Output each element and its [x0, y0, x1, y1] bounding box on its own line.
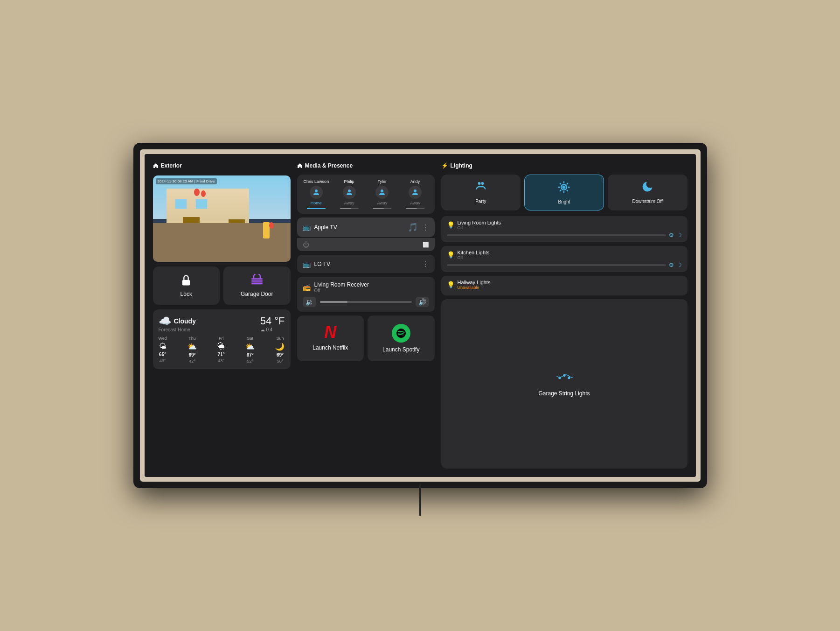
forecast-sat-day: Sat	[247, 336, 254, 341]
forecast-wed-low: 46°	[160, 358, 166, 363]
spotify-waves-icon	[396, 328, 407, 339]
volume-bar	[320, 301, 412, 303]
apple-tv-right: 🎵 ⋮	[408, 222, 429, 232]
forecast-thu: Thu ⛅ 69° 42°	[187, 336, 197, 364]
balloons	[194, 189, 206, 197]
person-tyler-avatar	[375, 186, 389, 199]
svg-point-6	[348, 189, 351, 192]
living-room-power-icon[interactable]: ☽	[677, 232, 682, 238]
bright-icon	[557, 181, 570, 196]
receiver-status: Off	[314, 288, 369, 293]
hallway-lights-top: 💡 Hallway Lights Unavailable	[447, 280, 682, 290]
kitchen-power-icon[interactable]: ☽	[677, 262, 682, 268]
person-chris-status: Home	[311, 201, 322, 205]
forecast-wed-day: Wed	[159, 336, 167, 341]
person-chris-name: Chris Lawson	[304, 179, 329, 184]
lighting-header: ⚡ Lighting	[441, 162, 687, 169]
forecast-fri-low: 43°	[218, 358, 224, 363]
power-cable	[419, 484, 421, 516]
forecast-sun-icon: 🌙	[275, 342, 285, 351]
scene-buttons: Party Bright	[441, 175, 687, 210]
living-room-bulb-icon: 💡	[447, 221, 455, 229]
forecast-thu-low: 42°	[189, 359, 195, 364]
kitchen-lights-bar	[447, 264, 666, 266]
volume-down-button[interactable]: 🔉	[303, 297, 316, 307]
lock-label: Lock	[180, 291, 192, 297]
apple-tv-name: Apple TV	[314, 224, 337, 231]
kitchen-settings-icon[interactable]: ⚙	[669, 262, 674, 268]
wall: Exterior	[0, 0, 840, 631]
svg-rect-4	[251, 283, 262, 284]
hallway-lights-name: Hallway Lights	[458, 280, 491, 285]
living-room-lights-name: Living Room Lights	[458, 220, 501, 225]
person-philip-avatar	[343, 186, 356, 199]
receiver-controls: 🔉 🔊	[303, 297, 429, 307]
person-andy-status: Away	[410, 201, 420, 205]
receiver-icon: 📻	[303, 284, 311, 291]
string-lights-icon	[555, 372, 574, 386]
apple-tv-info: Apple TV	[314, 224, 337, 231]
lg-tv-left: 📺 LG TV	[303, 260, 330, 268]
spotify-launcher[interactable]: Launch Spotify	[368, 316, 435, 361]
weather-precip: ☁ 0.4	[260, 327, 285, 332]
control-buttons-row: Lock Garage Door	[153, 266, 291, 305]
hallway-lights-left: 💡 Hallway Lights Unavailable	[447, 280, 491, 290]
living-room-lights-info: Living Room Lights Off	[458, 220, 501, 230]
weather-forecast: Wed 🌤 65° 46° Thu ⛅ 69° 42°	[159, 336, 285, 364]
lg-tv-card[interactable]: 📺 LG TV ⋮	[297, 255, 435, 273]
bright-scene-button[interactable]: Bright	[524, 175, 604, 210]
volume-up-button[interactable]: 🔊	[416, 297, 429, 307]
gear-sun-icon	[557, 181, 570, 194]
hallway-bulb-icon: 💡	[447, 281, 455, 288]
forecast-sun-high: 69°	[277, 352, 284, 358]
lgtv-dots-menu[interactable]: ⋮	[422, 259, 429, 268]
living-room-lights: 💡 Living Room Lights Off ⚙ ☽	[441, 216, 687, 242]
forecast-sat-icon: ⛅	[245, 342, 255, 351]
person-philip-name: Philip	[344, 179, 354, 184]
forecast-fri-day: Fri	[219, 336, 224, 341]
appletv-cast-icon: 📺	[303, 224, 311, 231]
apple-tv-card[interactable]: 📺 Apple TV 🎵 ⋮	[297, 217, 435, 237]
camera-feed[interactable]: 2024-11-30 08:23 AM | Front Drive	[153, 175, 291, 262]
svg-rect-2	[251, 278, 262, 279]
person-chris: Chris Lawson Home	[301, 179, 332, 209]
bright-label: Bright	[558, 199, 570, 204]
weather-top: ☁️ Cloudy Forecast Home 54 °F ☁ 0.4	[159, 315, 285, 332]
lock-button[interactable]: Lock	[153, 266, 220, 305]
volume-fill	[320, 301, 347, 303]
appletv-dots-menu[interactable]: ⋮	[422, 223, 429, 232]
hallway-lights: 💡 Hallway Lights Unavailable	[441, 276, 687, 295]
kitchen-lights-left: 💡 Kitchen Lights Off	[447, 250, 490, 260]
living-room-lights-top: 💡 Living Room Lights Off	[447, 220, 682, 230]
netflix-launcher[interactable]: N Launch Netflix	[297, 316, 364, 361]
lock-icon	[180, 274, 193, 287]
person-chris-avatar	[310, 186, 323, 199]
garage-string-lights[interactable]: Garage String Lights	[441, 299, 687, 469]
garage-door-button[interactable]: Garage Door	[223, 266, 291, 305]
kitchen-bulb-icon: 💡	[447, 251, 455, 259]
forecast-wed-high: 65°	[159, 352, 166, 357]
forecast-sun: Sun 🌙 69° 50°	[275, 336, 285, 364]
tv-screen: Exterior	[145, 154, 696, 477]
weather-location: Forecast Home	[159, 327, 196, 332]
lg-tv-info: LG TV	[314, 261, 330, 267]
forecast-thu-high: 69°	[188, 352, 195, 358]
appletv-power-icon[interactable]: ⏻	[303, 241, 309, 248]
person-tyler-name: Tyler	[378, 179, 387, 184]
left-column: Exterior	[153, 162, 291, 469]
string-lights-svg	[555, 372, 574, 383]
downstairs-off-scene-button[interactable]: Downstairs Off	[608, 175, 687, 210]
cloud-icon: ☁️	[159, 315, 171, 327]
lg-tv-right: ⋮	[422, 259, 429, 268]
lightning-icon: ⚡	[441, 162, 448, 169]
lg-tv-name: LG TV	[314, 261, 330, 267]
apple-tv-left: 📺 Apple TV	[303, 224, 337, 231]
living-room-settings-icon[interactable]: ⚙	[669, 232, 674, 238]
party-scene-button[interactable]: Party	[441, 175, 521, 210]
party-icon	[474, 180, 487, 196]
living-room-lights-status: Off	[458, 225, 501, 230]
receiver-info: Living Room Receiver Off	[314, 281, 369, 293]
weather-temp: 54 °F	[260, 315, 285, 327]
kitchen-lights-name: Kitchen Lights	[458, 250, 490, 255]
party-label: Party	[475, 199, 486, 204]
